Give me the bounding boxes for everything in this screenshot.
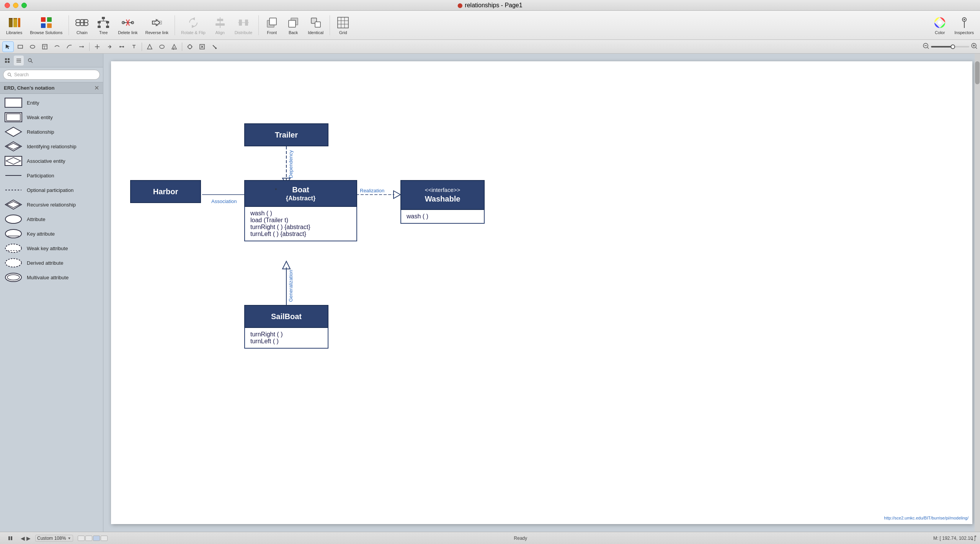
back-button[interactable]: Back — [283, 14, 303, 36]
svg-point-71 — [189, 48, 191, 49]
tree-button[interactable]: Tree — [93, 14, 113, 36]
connector-tool-3[interactable] — [76, 41, 87, 52]
attribute-icon — [5, 214, 22, 224]
scrollbar-thumb[interactable] — [975, 61, 980, 84]
identical-button[interactable]: Identical — [305, 14, 327, 36]
harbor-entity[interactable]: Harbor — [130, 180, 201, 203]
recursive-relationship-icon — [5, 199, 22, 210]
pen-tool-2[interactable] — [156, 41, 168, 52]
page-prev-button[interactable]: ◀ — [21, 535, 25, 541]
zoom-out-button[interactable] — [923, 43, 929, 51]
canvas-area[interactable]: Trailer Dependency Boat {Abstract} wash … — [103, 54, 980, 532]
trailer-entity[interactable]: Trailer — [244, 123, 328, 146]
delete-link-icon — [121, 16, 135, 29]
shape-item-recursive-relationship[interactable]: Recursive relationship — [0, 197, 103, 212]
svg-line-82 — [976, 48, 977, 49]
page-size-small[interactable] — [85, 536, 92, 541]
washable-entity-body[interactable]: wash ( ) — [400, 210, 485, 224]
zoom-slider[interactable] — [931, 46, 969, 48]
sailboat-entity-body[interactable]: turnRight ( ) turnLeft ( ) — [244, 328, 328, 349]
svg-rect-36 — [239, 20, 242, 26]
rect-tool[interactable] — [15, 41, 26, 52]
reverse-link-label: Reverse link — [145, 30, 169, 35]
entity-icon — [5, 97, 22, 108]
sidebar-tab-list[interactable] — [2, 56, 12, 66]
zoom-select[interactable]: Custom 108% — [35, 535, 73, 542]
page-next-button[interactable]: ▶ — [26, 535, 31, 541]
shape-item-associative-entity[interactable]: Associative entity — [0, 154, 103, 168]
tools-separator-2 — [142, 43, 142, 51]
page-size-large[interactable] — [101, 536, 108, 541]
sidebar-tabs — [0, 54, 103, 67]
svg-line-91 — [31, 61, 33, 63]
format-tool[interactable] — [196, 41, 208, 52]
libraries-button[interactable]: Libraries — [3, 14, 25, 36]
resize-tool[interactable] — [91, 41, 103, 52]
shape-item-entity[interactable]: Entity — [0, 95, 103, 110]
inspectors-button[interactable]: Inspectors — [951, 14, 977, 36]
table-tool[interactable] — [39, 41, 51, 52]
washable-entity-header[interactable]: <<interface>> Washable — [400, 180, 485, 210]
browse-solutions-button[interactable]: Browse Solutions — [27, 14, 65, 36]
reverse-link-button[interactable]: Reverse link — [142, 14, 172, 36]
connector-tool-1[interactable] — [51, 41, 63, 52]
canvas-scrollbar[interactable] — [975, 54, 980, 532]
zoom-in-button[interactable] — [971, 43, 978, 51]
multiplicity-star: * — [275, 187, 277, 193]
shape-item-relationship[interactable]: Relationship — [0, 125, 103, 139]
pen-tool-1[interactable] — [144, 41, 155, 52]
distribute-button[interactable]: Distribute — [232, 14, 255, 36]
connection-points-tool[interactable] — [184, 41, 196, 52]
style-tool[interactable] — [209, 41, 220, 52]
pen-tool-3[interactable] — [168, 41, 180, 52]
minimize-button[interactable] — [13, 3, 18, 8]
sailboat-entity-header[interactable]: SailBoat — [244, 305, 328, 328]
shape-item-optional-participation[interactable]: Optional participation — [0, 183, 103, 197]
key-attribute-label: Key attribute — [27, 231, 55, 237]
trailer-label: Trailer — [275, 131, 298, 139]
rotate-flip-button[interactable]: Rotate & Flip — [178, 14, 209, 36]
shape-item-multivalue-attribute[interactable]: Multivalue attribute — [0, 270, 103, 285]
sidebar-tab-search[interactable] — [25, 56, 35, 66]
entity-label: Entity — [27, 100, 39, 106]
select-tool[interactable] — [2, 41, 14, 52]
svg-point-55 — [30, 45, 35, 48]
shape-item-weak-key-attribute[interactable]: Weak key attribute — [0, 241, 103, 256]
shape-item-key-attribute[interactable]: Key attribute — [0, 226, 103, 241]
svg-rect-19 — [106, 26, 109, 28]
close-button[interactable] — [5, 3, 10, 8]
chain-button[interactable]: Chain — [72, 14, 92, 36]
join-tool[interactable] — [116, 41, 127, 52]
identical-icon — [309, 16, 323, 29]
svg-marker-60 — [83, 46, 84, 48]
shape-item-attribute[interactable]: Attribute — [0, 212, 103, 226]
library-close-button[interactable]: ✕ — [94, 85, 99, 91]
grid-button[interactable]: Grid — [333, 14, 353, 36]
anchor-tool[interactable] — [128, 41, 140, 52]
expand-button[interactable] — [970, 534, 978, 542]
boat-entity-body[interactable]: wash ( ) load (Trailer t) turnRight ( ) … — [244, 207, 357, 241]
zoom-thumb[interactable] — [951, 44, 955, 49]
boat-entity-header[interactable]: Boat {Abstract} — [244, 180, 357, 207]
page-size-medium[interactable] — [93, 536, 100, 541]
shape-item-identifying-relationship[interactable]: Identifying relationship — [0, 139, 103, 154]
pause-button[interactable] — [5, 533, 16, 544]
align-button[interactable]: Align — [210, 14, 230, 36]
page-size-fit[interactable] — [78, 536, 85, 541]
toolbar: Libraries Browse Solutions Cha — [0, 11, 980, 40]
shape-item-participation[interactable]: Participation — [0, 168, 103, 183]
library-header: ERD, Chen's notation ✕ — [0, 82, 103, 94]
front-button[interactable]: Front — [262, 14, 282, 36]
delete-link-button[interactable]: Delete link — [115, 14, 140, 36]
connector-tool-2[interactable] — [64, 41, 75, 52]
weak-key-attribute-icon — [5, 243, 22, 254]
oval-tool[interactable] — [27, 41, 38, 52]
search-box[interactable]: Search — [3, 70, 100, 80]
shape-item-derived-attribute[interactable]: Derived attribute — [0, 256, 103, 270]
expand-tool[interactable] — [104, 41, 115, 52]
color-button[interactable]: Color — [930, 14, 950, 36]
svg-rect-5 — [41, 17, 46, 22]
sidebar-tab-grid[interactable] — [14, 56, 24, 66]
shape-item-weak-entity[interactable]: Weak entity — [0, 110, 103, 125]
maximize-button[interactable] — [21, 3, 27, 8]
